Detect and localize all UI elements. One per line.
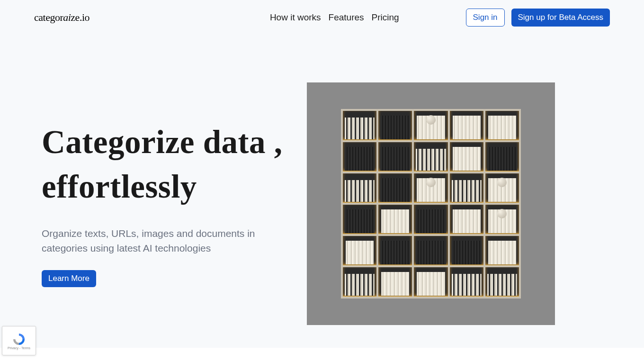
recaptcha-icon — [12, 332, 26, 346]
bookshelf-image — [307, 82, 555, 325]
nav-how-it-works[interactable]: How it works — [270, 12, 321, 23]
recaptcha-terms[interactable]: Terms — [21, 346, 30, 350]
nav-features[interactable]: Features — [329, 12, 364, 23]
recaptcha-links: Privacy - Terms — [8, 346, 30, 350]
recaptcha-badge[interactable]: Privacy - Terms — [2, 326, 36, 355]
hero-content: Categorize data , effortlessly Organize … — [42, 120, 297, 287]
header-actions: Sign in Sign up for Beta Access — [466, 9, 610, 27]
logo-text-post: ze.io — [71, 11, 89, 23]
learn-more-button[interactable]: Learn More — [42, 270, 96, 287]
header: categoraize.io How it works Features Pri… — [0, 0, 644, 35]
hero-image-container — [307, 82, 610, 325]
nav: How it works Features Pricing — [270, 12, 399, 23]
logo-text-pre: categor — [34, 11, 63, 23]
recaptcha-privacy[interactable]: Privacy — [8, 346, 18, 350]
hero-subtitle: Organize texts, URLs, images and documen… — [42, 226, 274, 256]
hero-title: Categorize data , effortlessly — [42, 120, 297, 208]
hero-title-line2: effortlessly — [42, 169, 197, 205]
signup-button[interactable]: Sign up for Beta Access — [511, 9, 610, 27]
nav-pricing[interactable]: Pricing — [372, 12, 399, 23]
bookshelf — [341, 109, 521, 299]
hero-title-line1: Categorize data , — [42, 124, 283, 160]
logo[interactable]: categoraize.io — [34, 11, 89, 24]
signin-button[interactable]: Sign in — [466, 9, 505, 27]
hero-section: Categorize data , effortlessly Organize … — [0, 35, 644, 325]
how-it-works-section: How it works — [0, 348, 644, 362]
logo-text-ai: ai — [63, 11, 71, 23]
